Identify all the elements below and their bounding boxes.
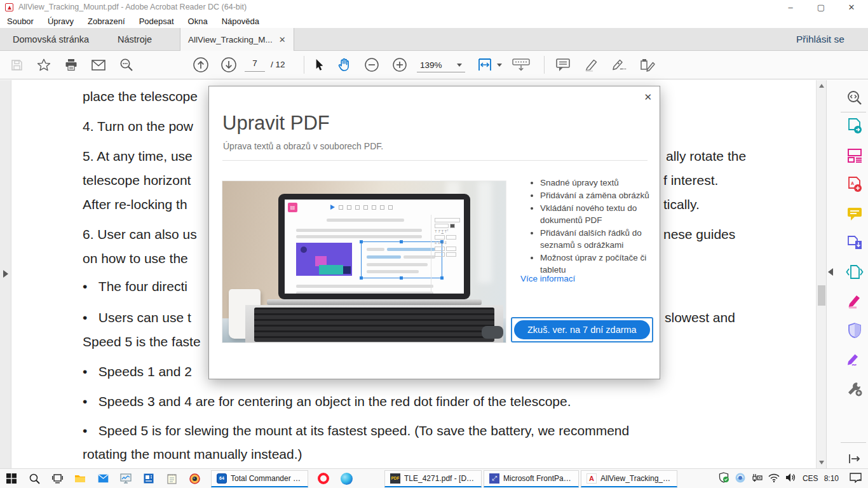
monitor-app-icon[interactable] [114,469,137,488]
target-app-icon[interactable] [183,469,206,488]
comment-tool-icon[interactable] [844,203,865,224]
highlight-icon[interactable] [579,51,604,79]
menu-zobrazeni[interactable]: Zobrazení [81,17,132,26]
next-page-icon[interactable] [217,51,240,79]
document-text-fragment: tically. [663,197,700,212]
taskbar-app-label: Microsoft FrontPage ... [503,474,573,483]
menu-napoveda[interactable]: Nápověda [215,17,266,26]
sign-in-button[interactable]: Přihlásit se [796,28,844,51]
protect-pdf-icon[interactable] [844,320,865,341]
dialog-title: Upravit PDF [222,112,330,135]
scroll-up-icon[interactable] [819,84,824,88]
comment-icon[interactable] [550,51,576,79]
fit-width-chevron-icon[interactable] [494,51,505,79]
more-info-link[interactable]: Více informací [520,274,575,283]
document-text-line: • Users can use t [83,310,191,325]
feature-item: Přidávání dalších řádků do seznamů s odr… [540,227,665,251]
tab-tools[interactable]: Nástroje [118,28,152,51]
promo-laptop-screen: ▤ [278,194,470,299]
fit-width-icon[interactable] [475,51,494,79]
search-icon[interactable] [115,51,138,79]
scroll-down-icon[interactable] [819,461,824,464]
tab-home[interactable]: Domovská stránka [13,28,89,51]
taskbar-app-frontpage[interactable]: ⤢ Microsoft FrontPage ... [484,470,579,487]
combine-files-icon[interactable] [844,233,865,253]
email-icon[interactable] [87,51,110,79]
free-trial-button[interactable]: Zkuš. ver. na 7 dní zdarma [514,320,650,339]
frontpage-icon: ⤢ [489,473,499,484]
feature-item: Snadné úpravy textů [540,177,665,189]
feature-item: Přidávání a záměna obrázků [540,189,665,201]
more-tools-icon[interactable] [844,379,865,399]
acrobat-app-icon [5,3,13,11]
notification-center-icon[interactable] [850,473,862,485]
opera-icon[interactable] [312,469,335,488]
promo-selected-text-block [361,241,442,278]
news-app-icon[interactable] [137,469,160,488]
feature-list: Snadné úpravy textů Přidávání a záměna o… [530,177,665,276]
sign-pen-icon[interactable] [607,51,633,79]
expand-nav-pane-icon[interactable] [3,270,8,278]
menu-soubor[interactable]: Soubor [0,17,41,26]
taskbar-app-total-commander[interactable]: 64 Total Commander (x6... [211,470,308,487]
promo-laptop-keyboard [245,305,503,343]
scrollbar-thumb[interactable] [818,285,825,306]
zoom-level-dropdown[interactable]: 139% [417,58,465,72]
toolbar-divider [544,56,545,74]
taskbar-app-tle-pdf[interactable]: PDF TLE_4271.pdf - [DATA... [384,470,482,487]
select-tool-icon[interactable] [309,51,330,79]
menu-podepsat[interactable]: Podepsat [132,17,181,26]
system-tray: CES 8:10 [719,472,868,485]
zoom-tools-icon[interactable] [844,88,865,108]
file-explorer-icon[interactable] [69,469,92,488]
tab-document[interactable]: AllView_Tracking_M... ✕ [180,28,294,51]
document-text-fragment: slowest and [665,310,735,325]
clock[interactable]: 8:10 [824,474,839,483]
document-text-line: place the telescope [83,89,198,104]
create-pdf-icon[interactable]: A [844,174,865,194]
menu-okna[interactable]: Okna [181,17,215,26]
minimize-button[interactable]: – [776,0,804,14]
zoom-out-icon[interactable] [360,51,384,79]
volume-icon[interactable] [785,473,797,484]
star-icon[interactable] [32,51,55,79]
mail-icon[interactable] [92,469,114,488]
security-shield-icon[interactable] [719,472,729,485]
save-icon[interactable] [5,51,28,79]
dialog-close-icon[interactable]: ✕ [644,92,652,103]
organize-pages-icon[interactable] [844,145,865,165]
tab-close-icon[interactable]: ✕ [279,35,286,44]
menu-upravy[interactable]: Úpravy [41,17,81,26]
wifi-icon[interactable] [768,473,780,484]
collapse-tools-panel-icon[interactable] [828,268,833,276]
hand-tool-icon[interactable] [333,51,356,79]
taskbar-app-allview-pdf[interactable]: A AllView_Tracking_Mo... [581,470,677,487]
previous-page-icon[interactable] [189,51,212,79]
dialog-subtitle: Úprava textů a obrazů v souborech PDF. [223,141,383,151]
edit-pdf-icon[interactable] [844,291,865,311]
zoom-level-value: 139% [420,60,442,70]
page-number-input[interactable]: 7 [245,58,265,72]
edge-icon[interactable] [335,469,358,488]
fill-sign-tool-icon[interactable] [844,349,865,370]
promo-window-pane [478,181,492,283]
zoom-in-icon[interactable] [388,51,412,79]
print-icon[interactable] [60,51,83,79]
tray-app-icon[interactable] [735,473,745,485]
vertical-scrollbar[interactable] [816,80,826,468]
export-pdf-icon[interactable] [844,116,865,136]
maximize-button[interactable]: ▢ [807,0,835,14]
language-indicator[interactable]: CES [803,474,818,483]
compress-pdf-icon[interactable] [844,262,865,282]
taskbar-search-icon[interactable] [23,469,46,488]
window-title: AllView_Tracking_Mount.pdf - Adobe Acrob… [18,3,247,11]
panel-divider [841,112,866,112]
page-scrolling-icon[interactable] [508,51,534,79]
notepad-icon[interactable] [160,469,183,488]
start-button[interactable] [0,469,23,488]
close-button[interactable]: ✕ [837,0,865,14]
task-view-icon[interactable] [46,469,69,488]
open-tools-pane-icon[interactable] [844,449,865,469]
usb-device-icon[interactable] [751,473,763,484]
fill-sign-icon[interactable] [635,51,661,79]
